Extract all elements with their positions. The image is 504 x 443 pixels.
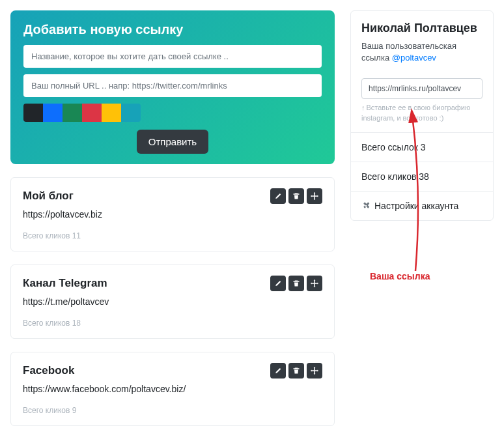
link-name-input[interactable] [23,45,322,68]
link-clicks: Всего кликов 9 [23,406,322,415]
total-clicks-row: Всего кликов 38 [351,162,493,191]
profile-name: Николай Полтавцев [361,21,483,35]
link-url-input[interactable] [23,74,322,97]
color-picker [23,104,322,122]
color-swatch-5[interactable] [121,104,141,122]
link-clicks: Всего кликов 11 [23,231,322,240]
move-icon[interactable] [307,363,322,379]
link-clicks: Всего кликов 18 [23,319,322,328]
edit-icon[interactable] [270,188,286,204]
hint-text: ↑Вставьте ее в свою биографию instagram,… [351,103,493,132]
trash-icon[interactable] [288,276,304,291]
color-swatch-3[interactable] [82,104,102,122]
settings-link[interactable]: Настройки аккаунта [351,191,493,220]
profile-card: Николай Полтавцев Ваша пользовательская … [350,10,494,221]
add-link-card: Добавить новую ссылку Отправить [10,10,335,164]
wrench-icon [361,201,371,210]
total-links-row: Всего ссылок 3 [351,132,493,162]
move-icon[interactable] [307,276,322,291]
profile-subtext: Ваша пользовательская ссылка @poltavcev [361,40,483,64]
trash-icon[interactable] [288,188,304,204]
move-icon[interactable] [307,188,322,204]
link-url: https://t.me/poltavcev [23,296,322,307]
link-title: Мой блог [23,190,74,203]
link-card: Facebook https://www.facebook.com/poltav… [10,352,335,426]
annotation-label: Ваша ссылка [370,271,430,281]
profile-handle-link[interactable]: @poltavcev [392,53,436,63]
color-swatch-0[interactable] [23,104,43,122]
submit-button[interactable]: Отправить [137,130,208,154]
link-url: https://poltavcev.biz [23,209,322,220]
link-url: https://www.facebook.com/poltavcev.biz/ [23,384,322,394]
link-card: Мой блог https://poltavcev.biz Всего кли… [10,177,335,251]
link-card: Канал Telegram https://t.me/poltavcev Вс… [10,264,335,339]
color-swatch-2[interactable] [63,104,82,122]
trash-icon[interactable] [288,363,304,379]
color-swatch-4[interactable] [102,104,121,122]
up-arrow-icon: ↑ [361,103,365,113]
color-swatch-1[interactable] [43,104,63,122]
edit-icon[interactable] [270,276,286,291]
add-link-title: Добавить новую ссылку [23,22,322,37]
share-url-box[interactable]: https://mrlinks.ru/poltavcev [361,78,483,99]
link-title: Канал Telegram [23,277,107,290]
link-title: Facebook [23,364,74,377]
edit-icon[interactable] [270,363,286,379]
